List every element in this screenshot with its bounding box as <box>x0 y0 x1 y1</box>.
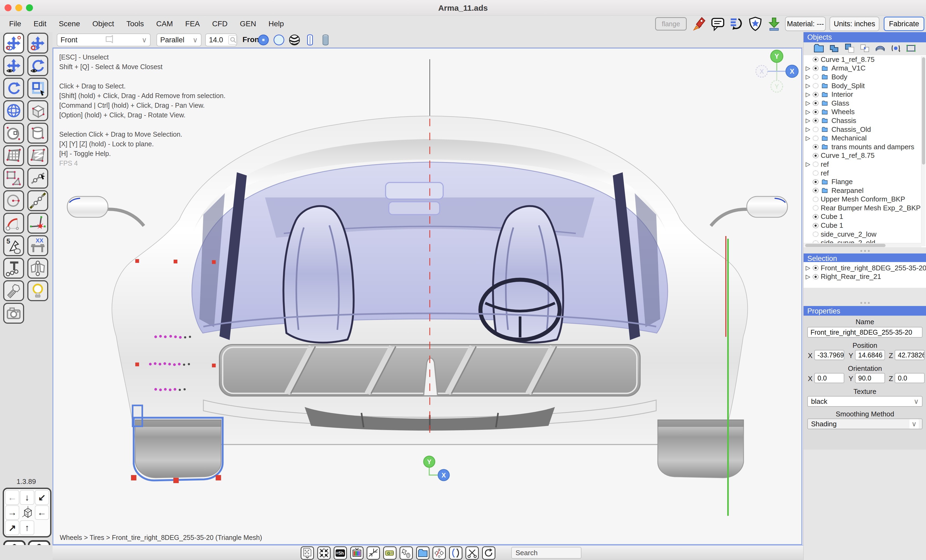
disclosure-triangle-icon[interactable]: ▷ <box>806 117 813 124</box>
surface-button[interactable] <box>875 42 886 55</box>
visibility-toggle-icon[interactable] <box>813 265 819 271</box>
visibility-toggle-icon[interactable] <box>813 74 819 80</box>
menu-object[interactable]: Object <box>92 20 114 28</box>
disclosure-triangle-icon[interactable]: ▷ <box>806 265 813 271</box>
cube-tool[interactable] <box>27 100 48 121</box>
visibility-toggle-icon[interactable] <box>813 100 819 106</box>
arc-tool[interactable] <box>3 213 24 234</box>
disclosure-triangle-icon[interactable]: ▷ <box>806 161 813 168</box>
objects-tree-item[interactable]: Rearpanel <box>803 186 926 195</box>
spline-nodes-tool[interactable] <box>27 190 48 211</box>
disclosure-triangle-icon[interactable]: ▷ <box>806 109 813 115</box>
triangulated-plane-tool[interactable] <box>27 145 48 166</box>
objects-tree-item[interactable]: ▷ref <box>803 160 926 169</box>
visibility-toggle-icon[interactable] <box>813 57 819 62</box>
menu-tools[interactable]: Tools <box>127 20 144 28</box>
camera-tool[interactable] <box>3 303 24 324</box>
flange-field[interactable]: flange <box>655 17 687 30</box>
curve-pair-button[interactable] <box>449 546 463 560</box>
bolt-tool[interactable] <box>3 280 24 301</box>
panel-splitter[interactable] <box>803 300 926 306</box>
name-field[interactable]: Front_tire_right_8DEG_255-35-20 <box>807 327 923 338</box>
visibility-toggle-icon[interactable] <box>813 162 819 167</box>
navpad-cube-icon[interactable] <box>20 506 34 520</box>
navpad-arrow-5[interactable]: ← <box>35 506 49 520</box>
refresh-button[interactable] <box>482 546 495 560</box>
box-select-tool[interactable] <box>27 78 48 98</box>
axis-gizmo[interactable]: X Y Y X <box>756 50 798 92</box>
visibility-toggle-icon[interactable] <box>813 66 819 71</box>
rgb-screen-button[interactable] <box>350 546 363 560</box>
cylinder-tool[interactable] <box>27 123 48 144</box>
objects-tree-item[interactable]: Cube 1 <box>803 221 926 230</box>
joint-frame-tool[interactable]: XX <box>27 235 48 256</box>
visibility-toggle-icon[interactable] <box>813 92 819 97</box>
history-button[interactable] <box>729 16 744 32</box>
objects-panel-header[interactable]: Objects <box>803 32 926 42</box>
menu-cfd[interactable]: CFD <box>212 20 228 28</box>
navpad-arrow-6[interactable]: ↗ <box>5 520 19 535</box>
viewport-3d[interactable]: Y X X Y Y X [ESC] - UnselectShift + [Q] … <box>53 48 802 545</box>
projection-dropdown[interactable]: Parallel ∨ <box>156 33 201 46</box>
panel-splitter[interactable] <box>803 248 926 253</box>
disclosure-triangle-icon[interactable]: ▷ <box>806 273 813 280</box>
visibility-toggle-icon[interactable] <box>813 274 819 280</box>
selection-list[interactable]: ▷Front_tire_right_8DEG_255-35-20▷Right_R… <box>803 262 926 288</box>
move-tool[interactable] <box>3 33 24 54</box>
objects-tree-item[interactable]: Cube 1 <box>803 212 926 221</box>
visibility-toggle-icon[interactable] <box>813 197 819 202</box>
download-button[interactable] <box>766 16 782 32</box>
smoothing-dropdown[interactable]: Shading ∨ <box>807 419 923 429</box>
mirror-nodes-button[interactable] <box>433 546 446 560</box>
comment-button[interactable] <box>710 16 726 32</box>
disclosure-triangle-icon[interactable]: ▷ <box>806 65 813 72</box>
objects-tree-item[interactable]: ▷Wheels <box>803 108 926 117</box>
disclosure-triangle-icon[interactable]: ▷ <box>806 135 813 142</box>
selection-item[interactable]: ▷Right_Rear_tire_21 <box>803 272 926 282</box>
objects-tree-item[interactable]: Rear Bumper Mesh Exp_2_BKP <box>803 204 926 212</box>
light-bulb-tool[interactable] <box>27 280 48 301</box>
navpad-arrow-2[interactable]: ↙ <box>35 490 49 505</box>
visibility-toggle-icon[interactable] <box>813 232 819 237</box>
orientation-x-field[interactable]: 0.0 <box>814 373 844 383</box>
shield-button[interactable] <box>747 16 763 32</box>
cylinder-solid-button[interactable] <box>319 34 332 46</box>
selection-handle[interactable] <box>173 478 179 483</box>
objects-tree-item[interactable]: ▷Chassis_Old <box>803 125 926 134</box>
disclosure-triangle-icon[interactable]: ▷ <box>806 82 813 89</box>
move-visible-tool[interactable] <box>3 55 24 76</box>
bounding-box-button[interactable] <box>905 42 917 55</box>
visibility-toggle-icon[interactable] <box>813 118 819 123</box>
view-dropdown[interactable]: Front ∨ <box>57 33 151 46</box>
folder-button[interactable] <box>416 546 430 560</box>
globe-tool[interactable] <box>3 100 24 121</box>
right-rear-wheel[interactable] <box>658 420 743 478</box>
objects-tree-vscrollbar[interactable] <box>921 56 926 246</box>
objects-tree-item[interactable]: Curve 1_ref_8.75 <box>803 151 926 160</box>
texture-dropdown[interactable]: black ∨ <box>807 396 923 407</box>
cylinder-wire-button[interactable] <box>304 34 316 46</box>
orbit-point-button[interactable] <box>890 42 901 55</box>
navpad-arrow-3[interactable]: → <box>5 506 19 520</box>
visibility-toggle-icon[interactable] <box>813 153 819 158</box>
visibility-toggle-icon[interactable] <box>813 109 819 115</box>
magnifier-icon[interactable] <box>228 35 238 45</box>
objects-tree-item[interactable]: ▷Arma_V1C <box>803 64 926 73</box>
rotate-tool[interactable] <box>3 78 24 98</box>
disclosure-triangle-icon[interactable]: ▷ <box>806 73 813 80</box>
objects-tree-item[interactable]: ▷Body_Split <box>803 82 926 90</box>
intersect-button[interactable] <box>859 42 870 55</box>
edit-nodes-tool[interactable] <box>27 168 48 189</box>
visibility-toggle-icon[interactable] <box>813 214 819 219</box>
visibility-toggle-icon[interactable] <box>813 188 819 193</box>
tag-g-button[interactable]: G <box>383 546 396 560</box>
selection-item[interactable]: ▷Front_tire_right_8DEG_255-35-20 <box>803 264 926 272</box>
shader-badge-button[interactable]: Sh <box>334 546 347 560</box>
texture-page-button[interactable] <box>301 546 314 560</box>
lasso-mouse-button[interactable] <box>399 546 413 560</box>
objects-tree-hscrollbar[interactable] <box>803 243 921 247</box>
rotate-visible-tool[interactable] <box>27 55 48 76</box>
t-joint-tool[interactable] <box>3 258 24 278</box>
menu-scene[interactable]: Scene <box>59 20 80 28</box>
point-emitter-tool[interactable] <box>27 213 48 234</box>
